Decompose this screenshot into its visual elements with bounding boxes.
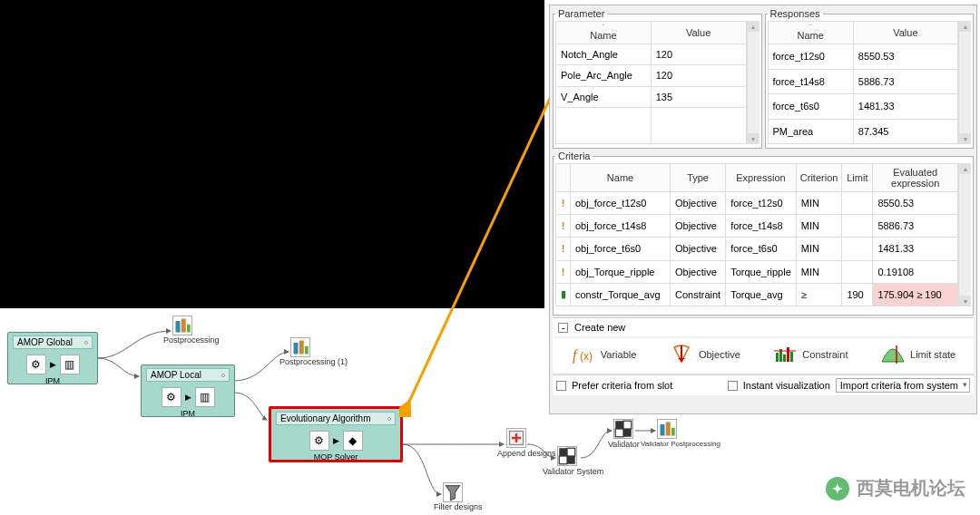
col-name[interactable]: Name (797, 30, 823, 41)
node-title: AMOP Global (17, 337, 73, 347)
create-constraint-button[interactable]: Constraint (772, 344, 848, 365)
svg-rect-17 (671, 428, 675, 436)
svg-rect-0 (176, 321, 181, 333)
svg-text:(x): (x) (580, 350, 593, 363)
postprocessing-1-node[interactable] (290, 337, 310, 357)
svg-rect-12 (623, 421, 632, 429)
table-row: force_t6s01481.33 (768, 94, 958, 120)
svg-line-18 (408, 91, 554, 403)
col-name[interactable]: Name (590, 30, 616, 41)
instant-visualization-label: Instant visualization (743, 380, 830, 391)
node-amop-local[interactable]: AMOP Local ⚙ ▶ ▥ IPM (141, 364, 235, 417)
node-label: Postprocessing (163, 335, 220, 345)
expand-toggle[interactable]: - (558, 323, 568, 333)
watermark: ✦ 西莫电机论坛 (826, 476, 965, 500)
node-evolutionary-algorithm[interactable]: Evolutionary Algorithm ⚙ ▶ ◆ MOP Solver (269, 406, 403, 462)
validator-node[interactable] (613, 419, 633, 439)
svg-rect-8 (567, 448, 575, 456)
ok-icon: ▮ (556, 283, 571, 306)
table-row: V_Angle135 (556, 86, 747, 107)
panel-legend: Responses (768, 8, 823, 19)
append-designs-node[interactable] (506, 428, 526, 448)
import-criteria-dropdown[interactable]: Import criteria from system (836, 378, 970, 393)
svg-rect-10 (567, 456, 575, 464)
gear-icon: ⚙ (309, 431, 329, 451)
col-expr[interactable]: Expression (736, 172, 785, 183)
warn-icon: ! (556, 238, 571, 260)
panel-legend: Parameter (555, 8, 607, 19)
node-amop-global[interactable]: AMOP Global ⚙ ▶ ▥ IPM (7, 332, 98, 384)
col-value[interactable]: Value (893, 27, 917, 38)
filter-designs-node[interactable] (443, 482, 463, 502)
instant-visualization-checkbox[interactable] (728, 381, 738, 391)
node-sublabel: MOP Solver (276, 452, 396, 462)
postprocessing-node[interactable] (172, 316, 192, 335)
warn-icon: ! (556, 260, 571, 283)
prefer-criteria-checkbox[interactable] (556, 381, 566, 391)
create-objective-button[interactable]: Objective (669, 344, 740, 365)
scrollbar[interactable]: ▴▾ (958, 163, 971, 306)
col-criterion[interactable]: Criterion (800, 172, 838, 183)
node-sublabel: IPM (13, 376, 93, 385)
svg-rect-13 (615, 429, 623, 437)
svg-rect-7 (559, 448, 567, 456)
parameter-panel: Parameter ˆName Value Notch_Angle120 Pol… (553, 8, 762, 149)
svg-rect-21 (776, 353, 779, 362)
create-new-section: - Create new (553, 317, 974, 336)
node-label: Validator System (543, 467, 603, 476)
table-row: !obj_force_t14s8Objectiveforce_t14s8MIN5… (556, 215, 958, 238)
table-row: force_t14s85886.73 (768, 69, 958, 94)
svg-rect-3 (294, 343, 299, 355)
validator-postprocessing-node[interactable] (657, 419, 677, 439)
gear-icon: ⚙ (162, 387, 181, 407)
wechat-icon: ✦ (826, 477, 849, 500)
parameter-table[interactable]: ˆName Value Notch_Angle120 Pole_Arc_Angl… (555, 21, 747, 144)
table-row: force_t12s08550.53 (768, 44, 958, 70)
svg-rect-9 (559, 456, 567, 464)
node-label: Postprocessing (1) (279, 357, 348, 366)
warn-icon: ! (556, 192, 571, 215)
col-value[interactable]: Value (686, 27, 710, 38)
col-type[interactable]: Type (687, 172, 709, 183)
svg-rect-5 (305, 346, 309, 355)
svg-rect-25 (790, 352, 793, 362)
svg-rect-24 (787, 347, 789, 362)
arrow-icon: ▶ (185, 393, 191, 402)
criteria-panel: Criteria Name Type Expression Criterion … (553, 151, 974, 316)
solver-icon: ◆ (343, 431, 363, 451)
arrow-icon: ▶ (50, 360, 56, 369)
validator-system-node[interactable] (557, 446, 577, 466)
node-label: Filter designs (434, 502, 483, 511)
scrollbar[interactable]: ▴▾ (747, 21, 760, 144)
table-row: Pole_Arc_Angle120 (556, 65, 747, 86)
create-variable-button[interactable]: f(x) Variable (571, 344, 637, 365)
properties-panel: Parameter ˆName Value Notch_Angle120 Pol… (549, 5, 977, 414)
svg-text:f: f (573, 347, 579, 364)
block-icon: ▥ (60, 355, 80, 374)
table-row: !obj_Torque_rippleObjectiveTorque_ripple… (556, 260, 958, 283)
node-sublabel: IPM (146, 409, 230, 418)
prefer-criteria-label: Prefer criteria from slot (572, 380, 672, 391)
table-row: ▮constr_Torque_avgConstraintTorque_avg≥1… (556, 283, 958, 306)
svg-rect-23 (783, 355, 786, 362)
create-new-label: Create new (574, 322, 625, 333)
table-row: !obj_force_t6s0Objectiveforce_t6s0MIN148… (556, 238, 958, 260)
block-icon: ▥ (195, 387, 215, 407)
col-name[interactable]: Name (607, 172, 633, 183)
responses-table[interactable]: ˆName Value force_t12s08550.53 force_t14… (768, 21, 959, 144)
create-limit-state-button[interactable]: Limit state (880, 344, 956, 365)
gear-icon: ⚙ (26, 355, 46, 374)
responses-panel: Responses ˆName Value force_t12s08550.53… (765, 8, 975, 149)
svg-rect-16 (666, 423, 671, 436)
col-limit[interactable]: Limit (847, 172, 867, 183)
node-title: Evolutionary Algorithm (280, 413, 371, 423)
node-label: Append designs (497, 449, 556, 458)
scrollbar[interactable]: ▴▾ (958, 21, 971, 144)
panel-legend: Criteria (555, 151, 593, 161)
node-title: AMOP Local (151, 370, 201, 380)
svg-rect-14 (623, 429, 632, 437)
criteria-table[interactable]: Name Type Expression Criterion Limit Eva… (555, 163, 958, 306)
col-eval[interactable]: Evaluated expression (891, 167, 939, 189)
table-row: PM_area87.345 (768, 119, 958, 144)
svg-rect-15 (661, 424, 665, 436)
